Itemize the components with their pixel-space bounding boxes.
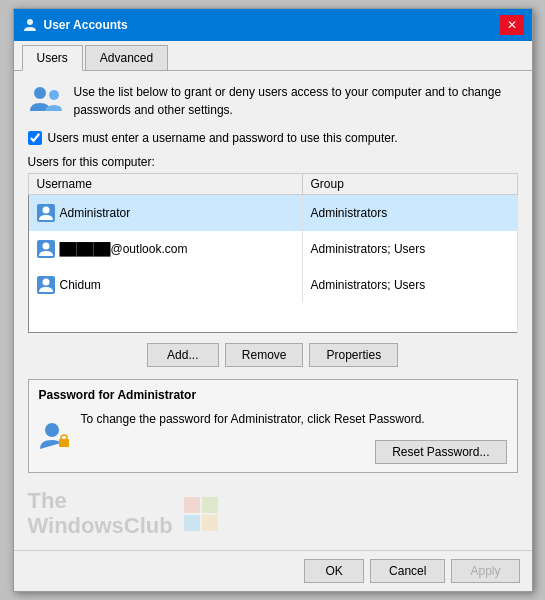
dialog-icon bbox=[22, 17, 38, 33]
user-avatar-icon bbox=[37, 276, 55, 294]
svg-point-9 bbox=[45, 423, 59, 437]
svg-point-8 bbox=[42, 278, 49, 285]
close-button[interactable]: ✕ bbox=[500, 15, 524, 35]
table-row[interactable]: Administrator Administrators bbox=[28, 195, 517, 231]
svg-point-2 bbox=[49, 90, 59, 100]
user-cell: Chidum bbox=[28, 267, 302, 303]
svg-rect-15 bbox=[202, 515, 218, 531]
reset-password-button[interactable]: Reset Password... bbox=[375, 440, 506, 464]
password-row: To change the password for Administrator… bbox=[39, 410, 507, 464]
table-body: Administrator Administrators bbox=[28, 195, 517, 333]
tab-advanced[interactable]: Advanced bbox=[85, 45, 168, 71]
svg-rect-12 bbox=[184, 497, 200, 513]
col-username: Username bbox=[28, 174, 302, 195]
user-action-buttons: Add... Remove Properties bbox=[28, 343, 518, 367]
ok-button[interactable]: OK bbox=[304, 559, 364, 583]
password-text: To change the password for Administrator… bbox=[81, 410, 507, 428]
svg-rect-13 bbox=[202, 497, 218, 513]
remove-button[interactable]: Remove bbox=[225, 343, 304, 367]
properties-button[interactable]: Properties bbox=[309, 343, 398, 367]
table-row[interactable]: Chidum Administrators; Users bbox=[28, 267, 517, 303]
add-button[interactable]: Add... bbox=[147, 343, 219, 367]
info-row: Use the list below to grant or deny user… bbox=[28, 83, 518, 119]
dialog-title: User Accounts bbox=[44, 18, 128, 32]
title-bar-left: User Accounts bbox=[22, 17, 128, 33]
dialog-footer: OK Cancel Apply bbox=[14, 550, 532, 591]
checkbox-row: Users must enter a username and password… bbox=[28, 131, 518, 145]
table-row[interactable]: ██████@outlook.com Administrators; Users bbox=[28, 231, 517, 267]
svg-rect-11 bbox=[61, 435, 67, 440]
svg-point-0 bbox=[27, 19, 33, 25]
info-text: Use the list below to grant or deny user… bbox=[74, 83, 518, 119]
table-header: Username Group bbox=[28, 174, 517, 195]
apply-button[interactable]: Apply bbox=[451, 559, 519, 583]
users-table: Username Group bbox=[28, 173, 518, 333]
user-group-cell: Administrators; Users bbox=[302, 267, 517, 303]
user-avatar-icon bbox=[37, 240, 55, 258]
user-accounts-dialog: User Accounts ✕ Users Advanced Use the l… bbox=[13, 8, 533, 591]
users-section-label: Users for this computer: bbox=[28, 155, 518, 169]
tab-users[interactable]: Users bbox=[22, 45, 83, 71]
svg-point-4 bbox=[42, 207, 49, 214]
user-cell: Administrator bbox=[28, 195, 302, 231]
watermark-text: The WindowsClub bbox=[28, 489, 173, 537]
user-group-cell: Administrators; Users bbox=[302, 231, 517, 267]
windows-logo-icon bbox=[183, 496, 219, 532]
svg-point-1 bbox=[34, 87, 46, 99]
svg-point-6 bbox=[42, 243, 49, 250]
tabs-bar: Users Advanced bbox=[14, 41, 532, 71]
admin-icon bbox=[39, 421, 71, 453]
require-login-checkbox[interactable] bbox=[28, 131, 42, 145]
title-bar: User Accounts ✕ bbox=[14, 9, 532, 41]
table-row-empty bbox=[28, 303, 517, 333]
checkbox-label: Users must enter a username and password… bbox=[48, 131, 398, 145]
cancel-button[interactable]: Cancel bbox=[370, 559, 445, 583]
tab-content-users: Use the list below to grant or deny user… bbox=[14, 71, 532, 549]
user-cell: ██████@outlook.com bbox=[28, 231, 302, 267]
user-avatar-icon bbox=[37, 204, 55, 222]
col-group: Group bbox=[302, 174, 517, 195]
dialog-body: Users Advanced Use the list below to gra… bbox=[14, 41, 532, 549]
users-icon bbox=[28, 83, 64, 119]
password-section: Password for Administrator To change the… bbox=[28, 379, 518, 473]
svg-rect-14 bbox=[184, 515, 200, 531]
user-group-cell: Administrators bbox=[302, 195, 517, 231]
password-section-title: Password for Administrator bbox=[39, 388, 507, 402]
watermark: The WindowsClub bbox=[28, 485, 518, 537]
